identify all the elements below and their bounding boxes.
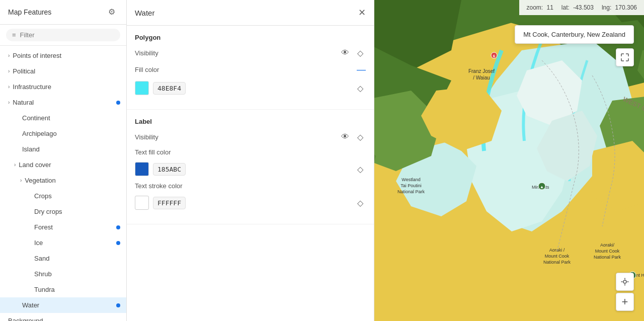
text-stroke-color-swatch[interactable]: [135, 196, 149, 210]
sidebar-item-label: Island: [22, 145, 118, 153]
text-stroke-color-value-row: FFFFFF ◇: [135, 196, 366, 210]
sidebar-item-label: Political: [13, 67, 118, 75]
svg-text:Mount Cook: Mount Cook: [545, 254, 570, 259]
lng-label: lng: 170.306: [602, 4, 637, 11]
text-stroke-color-row: Text stroke color: [135, 182, 366, 190]
modified-dot: [116, 101, 120, 105]
sidebar-item-forest[interactable]: Forest: [0, 219, 126, 235]
sidebar-item-label: Points of interest: [13, 52, 118, 59]
sidebar-item-label: Background: [8, 317, 118, 321]
sidebar-item-archipelago[interactable]: Archipelago: [0, 126, 126, 141]
diamond-icon[interactable]: ◇: [355, 47, 366, 58]
sidebar-item-background[interactable]: Background: [0, 313, 126, 321]
sidebar-title: Map Features: [8, 8, 51, 16]
panel-title: Water: [135, 9, 154, 17]
text-fill-color-swatch-row: 185ABC: [135, 162, 186, 176]
panel-header: Water ✕: [127, 0, 374, 26]
sidebar-item-label: Ice: [34, 239, 118, 247]
chevron-icon: ›: [14, 162, 16, 168]
sidebar-item-label: Land cover: [19, 161, 118, 169]
fullscreen-button[interactable]: [616, 48, 634, 66]
sidebar-item-continent[interactable]: Continent: [0, 110, 126, 126]
svg-point-56: [623, 280, 626, 283]
sidebar-item-ice[interactable]: Ice: [0, 235, 126, 251]
minus-icon[interactable]: —: [357, 64, 366, 75]
lng-label-text: lng:: [602, 4, 611, 11]
label-visibility-diamond[interactable]: ◇: [355, 131, 366, 142]
svg-text:Franz Josef: Franz Josef: [468, 68, 495, 74]
visibility-label: Visibility: [135, 49, 158, 57]
sidebar-item-label: Continent: [22, 114, 118, 122]
lng-value: 170.306: [615, 4, 637, 11]
text-fill-color-value-row: 185ABC ◇: [135, 162, 366, 176]
sidebar-item-crops[interactable]: Crops: [0, 188, 126, 204]
sidebar-item-label: Forest: [34, 223, 118, 231]
label-section-title: Label: [135, 118, 366, 125]
label-eye-icon[interactable]: 👁: [340, 131, 351, 142]
svg-text:▲: ▲: [540, 185, 544, 189]
svg-marker-15: [592, 141, 644, 211]
fill-color-diamond-icon[interactable]: ◇: [355, 83, 366, 94]
sidebar-item-island[interactable]: Island: [0, 141, 126, 157]
sidebar-item-political[interactable]: ›Political: [0, 63, 126, 79]
text-stroke-color-value[interactable]: FFFFFF: [153, 197, 186, 209]
feature-panel: Water ✕ Polygon Visibility 👁 ◇ Fill colo…: [127, 0, 374, 321]
text-stroke-color-swatch-row: FFFFFF: [135, 196, 186, 210]
sidebar-item-label: Infrastructure: [13, 83, 118, 91]
label-visibility-label: Visibility: [135, 133, 158, 141]
zoom-label-text: zoom:: [526, 4, 543, 11]
sidebar-item-water[interactable]: Water: [0, 297, 126, 313]
eye-icon[interactable]: 👁: [340, 47, 351, 58]
fill-color-row: Fill color —: [135, 64, 366, 75]
map-container[interactable]: zoom: 11 lat: -43.503 lng: 170.306 Mt Co…: [374, 0, 644, 321]
sidebar-item-label: Crops: [34, 192, 118, 200]
sidebar-list: ›Points of interest›Political›Infrastruc…: [0, 46, 126, 321]
location-button[interactable]: [616, 273, 634, 291]
zoom-value: 11: [546, 4, 553, 11]
chevron-icon: ›: [8, 68, 10, 74]
text-fill-diamond-icon[interactable]: ◇: [355, 164, 366, 175]
text-fill-color-label: Text fill color: [135, 148, 171, 156]
gear-icon[interactable]: ⚙: [108, 7, 118, 17]
fill-color-swatch-row: 48E8F4: [135, 81, 186, 95]
sidebar-header: Map Features ⚙: [0, 0, 126, 25]
sidebar-item-points-of-interest[interactable]: ›Points of interest: [0, 48, 126, 63]
label-section: Label Visibility 👁 ◇ Text fill color 185…: [127, 110, 374, 224]
filter-input[interactable]: [20, 31, 114, 39]
modified-dot: [116, 241, 120, 245]
sidebar-item-sand[interactable]: Sand: [0, 251, 126, 266]
sidebar-item-label: Archipelago: [22, 130, 118, 137]
label-visibility-row: Visibility 👁 ◇: [135, 131, 366, 142]
sidebar-item-infrastructure[interactable]: ›Infrastructure: [0, 79, 126, 95]
lat-value: -43.503: [573, 4, 594, 11]
sidebar-item-label: Natural: [13, 99, 118, 106]
label-visibility-controls: 👁 ◇: [340, 131, 366, 142]
sidebar-item-tundra[interactable]: Tundra: [0, 282, 126, 297]
fill-color-label: Fill color: [135, 66, 159, 73]
svg-text:National Park: National Park: [543, 260, 571, 265]
fill-color-value[interactable]: 48E8F4: [153, 82, 186, 95]
close-icon[interactable]: ✕: [358, 7, 366, 18]
svg-text:National Park: National Park: [594, 255, 621, 260]
text-fill-color-swatch[interactable]: [135, 162, 149, 176]
fill-color-value-row: 48E8F4 ◇: [135, 81, 366, 95]
svg-text:Westland: Westland: [401, 177, 420, 182]
visibility-controls: 👁 ◇: [340, 47, 366, 58]
sidebar-item-land-cover[interactable]: ›Land cover: [0, 157, 126, 173]
sidebar-item-label: Sand: [34, 255, 118, 262]
fill-color-swatch[interactable]: [135, 81, 149, 95]
zoom-label: zoom: 11: [526, 4, 553, 11]
map-info-bar: zoom: 11 lat: -43.503 lng: 170.306: [519, 0, 644, 15]
svg-text:National Park: National Park: [397, 189, 425, 194]
sidebar-item-vegetation[interactable]: ›Vegetation: [0, 173, 126, 188]
modified-dot: [116, 225, 120, 229]
chevron-icon: ›: [20, 178, 22, 183]
sidebar-item-shrub[interactable]: Shrub: [0, 266, 126, 282]
sidebar: Map Features ⚙ ≡ ›Points of interest›Pol…: [0, 0, 127, 321]
sidebar-item-natural[interactable]: ›Natural: [0, 95, 126, 110]
text-stroke-diamond-icon[interactable]: ◇: [355, 197, 366, 208]
sidebar-item-dry-crops[interactable]: Dry crops: [0, 204, 126, 219]
text-fill-color-value[interactable]: 185ABC: [153, 163, 186, 176]
zoom-in-button[interactable]: +: [616, 293, 634, 311]
filter-input-wrapper: ≡: [6, 29, 120, 41]
